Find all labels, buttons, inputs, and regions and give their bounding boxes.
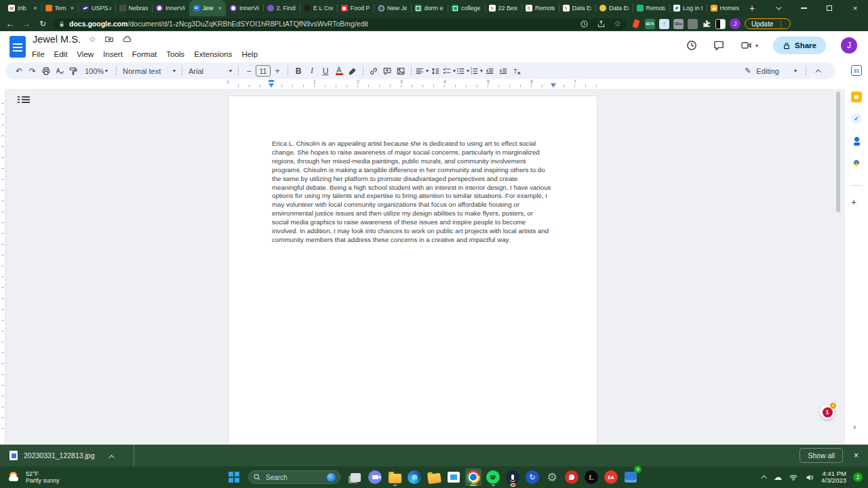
menu-extensions[interactable]: Extensions	[190, 49, 236, 60]
meet-caret-icon[interactable]: ▾	[755, 43, 758, 49]
google-contacts-icon[interactable]	[851, 136, 862, 146]
paragraph-style-select[interactable]: Normal text▾	[120, 64, 178, 78]
browser-tab[interactable]: Inb×	[4, 0, 41, 16]
show-all-downloads-button[interactable]: Show all	[800, 448, 843, 463]
mail-app-icon[interactable]: 9	[623, 468, 639, 486]
teams-chat-icon[interactable]	[367, 468, 383, 486]
history-clock-icon[interactable]	[580, 20, 589, 28]
share-icon[interactable]	[597, 20, 606, 28]
move-folder-icon[interactable]	[104, 35, 114, 44]
address-bar[interactable]: docs.google.com/document/d/1-zNcg3DuZqKR…	[53, 18, 627, 30]
document-text[interactable]: Erica L. Chisolm is an appealing artist …	[272, 140, 557, 245]
edge-browser-icon[interactable]	[406, 468, 422, 486]
extensions-puzzle-icon[interactable]	[702, 19, 711, 28]
increase-indent-icon[interactable]	[496, 64, 510, 78]
sync-app-icon[interactable]: ↻	[524, 468, 540, 486]
browser-tab[interactable]: E L Crea	[300, 0, 337, 16]
weather-widget[interactable]: 52°F Partly sunny	[0, 470, 60, 484]
ea-app-icon[interactable]: EA	[603, 468, 619, 486]
extension-gray-icon[interactable]	[688, 19, 698, 29]
new-tab-button[interactable]: +	[743, 0, 761, 16]
start-button[interactable]	[229, 472, 239, 483]
browser-tab[interactable]: InnerVie	[226, 0, 263, 16]
font-select[interactable]: Arial▾	[186, 64, 235, 78]
bookmark-star-icon[interactable]: ☆	[614, 19, 621, 28]
tab-close-icon[interactable]: ×	[33, 5, 37, 12]
volume-icon[interactable]	[805, 473, 814, 482]
close-downloads-bar-icon[interactable]: ×	[854, 451, 859, 460]
add-side-panel-app-icon[interactable]: +	[851, 197, 856, 207]
file-explorer-icon[interactable]	[387, 468, 403, 486]
browser-tab[interactable]: Remote	[521, 0, 559, 16]
tab-close-icon[interactable]: ×	[218, 5, 222, 12]
meet-video-icon[interactable]	[740, 40, 753, 51]
document-page[interactable]: Erica L. Chisolm is an appealing artist …	[228, 96, 597, 475]
browser-tab[interactable]: 22 Best	[485, 0, 522, 16]
hidden-icons-chevron-icon[interactable]	[763, 475, 767, 479]
taskbar-search-box[interactable]: Search	[248, 470, 340, 484]
notes-folder-icon[interactable]	[426, 468, 442, 486]
insert-image-icon[interactable]	[394, 64, 408, 78]
add-comment-icon[interactable]	[380, 64, 394, 78]
insert-link-icon[interactable]	[367, 64, 380, 78]
google-tasks-icon[interactable]	[851, 113, 862, 124]
numbered-list-select[interactable]: 12▾	[469, 64, 483, 78]
zoom-select[interactable]: 100%▾	[80, 64, 113, 78]
document-outline-icon[interactable]	[18, 95, 30, 106]
font-size-input[interactable]: 11	[256, 65, 271, 77]
voice-chat-app-icon[interactable]	[505, 468, 521, 486]
browser-tab[interactable]: Log in t	[669, 0, 707, 16]
docs-account-avatar[interactable]: J	[841, 37, 857, 54]
extension-bw-icon[interactable]	[715, 19, 726, 29]
extension-gdoc-icon[interactable]: GDoc	[673, 19, 684, 29]
undo-icon[interactable]: ↶	[12, 64, 26, 78]
checklist-select[interactable]: ▾	[442, 64, 456, 78]
red-app-icon[interactable]	[564, 468, 580, 486]
menu-file[interactable]: File	[28, 49, 49, 60]
browser-tab[interactable]: Homes	[707, 0, 744, 16]
menu-view[interactable]: View	[73, 49, 98, 60]
redo-icon[interactable]: ↷	[26, 64, 39, 78]
highlight-color-icon[interactable]	[346, 64, 359, 78]
star-document-icon[interactable]: ☆	[89, 35, 96, 44]
window-minimize-button[interactable]	[791, 0, 816, 16]
italic-icon[interactable]: I	[305, 64, 319, 78]
cloud-status-icon[interactable]	[122, 35, 132, 44]
first-line-indent-marker[interactable]	[269, 80, 274, 82]
underline-icon[interactable]: U	[319, 64, 332, 78]
notification-count-badge[interactable]: 2	[853, 472, 863, 482]
vertical-ruler[interactable]	[0, 89, 5, 445]
clear-formatting-icon[interactable]: T	[510, 64, 524, 78]
microsoft-store-icon[interactable]	[446, 468, 462, 486]
browser-tab[interactable]: dorm e	[411, 0, 448, 16]
text-color-icon[interactable]: A	[332, 64, 346, 78]
google-docs-logo-icon[interactable]	[9, 36, 26, 58]
tab-list-chevron-icon[interactable]	[765, 0, 791, 16]
browser-tab[interactable]: Food Pa	[337, 0, 374, 16]
comments-icon[interactable]	[713, 39, 725, 52]
right-indent-marker[interactable]	[551, 83, 556, 87]
browser-tab[interactable]: USPS.co	[78, 0, 115, 16]
download-options-chevron-icon[interactable]	[111, 449, 115, 462]
extension-beta-icon[interactable]: BETA	[645, 19, 655, 29]
browser-tab[interactable]: Remota	[633, 0, 670, 16]
settings-gear-icon[interactable]: ⚙	[544, 468, 560, 486]
google-maps-icon[interactable]	[851, 157, 862, 168]
bold-icon[interactable]: B	[292, 64, 305, 78]
spellcheck-icon[interactable]	[53, 64, 66, 78]
menu-edit[interactable]: Edit	[50, 49, 72, 60]
collapse-toolbar-icon[interactable]	[810, 64, 829, 78]
font-size-increase-icon[interactable]: +	[271, 64, 284, 78]
window-close-button[interactable]: ×	[842, 0, 868, 16]
menu-insert[interactable]: Insert	[99, 49, 127, 60]
browser-tab[interactable]: New Jer	[374, 0, 411, 16]
browser-tab[interactable]: college	[448, 0, 485, 16]
window-maximize-button[interactable]	[816, 0, 842, 16]
back-icon[interactable]: ←	[4, 19, 16, 28]
reload-icon[interactable]: ↻	[37, 19, 49, 28]
left-indent-marker[interactable]	[269, 83, 274, 87]
downloaded-file-chip[interactable]: 20230331_122813.jpg	[0, 445, 124, 466]
league-of-legends-icon[interactable]: L	[583, 468, 599, 486]
taskbar-clock[interactable]: 4:41 PM 4/3/2023	[821, 470, 846, 485]
show-side-panel-icon[interactable]: ›	[853, 422, 856, 432]
